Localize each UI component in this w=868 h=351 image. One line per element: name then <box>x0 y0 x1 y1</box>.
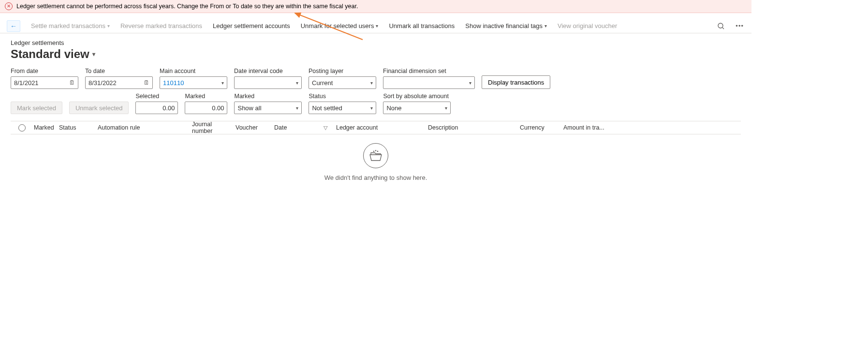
display-transactions-button[interactable]: Display transactions <box>482 75 550 89</box>
marked-value: 0.00 <box>185 102 227 114</box>
financial-dimension-set-dropdown[interactable]: ▾ <box>383 76 475 89</box>
svg-point-0 <box>718 23 723 28</box>
error-message: Ledger settlement cannot be performed ac… <box>16 3 358 10</box>
svg-point-4 <box>377 151 378 151</box>
empty-state: We didn't find anything to show here. <box>11 134 741 201</box>
breadcrumb: Ledger settlements <box>11 39 741 46</box>
chevron-down-icon: ▾ <box>296 80 298 86</box>
sort-abs-dropdown[interactable]: None ▾ <box>383 102 451 114</box>
ledger-settlement-accounts[interactable]: Ledger settlement accounts <box>213 22 290 29</box>
view-title[interactable]: Standard view ▾ <box>11 47 741 61</box>
unmark-all-transactions[interactable]: Unmark all transactions <box>389 22 455 29</box>
date-interval-dropdown[interactable]: ▾ <box>234 76 302 89</box>
empty-text: We didn't find anything to show here. <box>11 174 741 181</box>
column-status[interactable]: Status <box>54 124 93 131</box>
search-icon[interactable] <box>717 22 725 30</box>
from-date-input[interactable]: 8/1/2021 🗓 <box>11 76 78 89</box>
empty-folder-icon <box>363 143 388 168</box>
column-marked[interactable]: Marked <box>29 124 54 131</box>
to-date-label: To date <box>85 68 153 74</box>
unmark-selected-users[interactable]: Unmark for selected users▾ <box>301 22 379 29</box>
reverse-marked-transactions[interactable]: Reverse marked transactions <box>120 22 202 29</box>
marked-label: Marked <box>185 93 227 100</box>
posting-layer-dropdown[interactable]: Current ▾ <box>309 76 376 89</box>
error-banner: ✕ Ledger settlement cannot be performed … <box>0 0 751 13</box>
main-account-label: Main account <box>160 68 227 74</box>
calendar-icon[interactable]: 🗓 <box>144 79 149 86</box>
svg-point-2 <box>373 151 374 151</box>
svg-point-3 <box>375 150 376 151</box>
show-inactive-financial-tags[interactable]: Show inactive financial tags▾ <box>465 22 547 29</box>
back-button[interactable]: ← <box>7 20 20 32</box>
chevron-down-icon: ▾ <box>92 51 95 58</box>
to-date-input[interactable]: 8/31/2022 🗓 <box>85 76 153 89</box>
column-automation-rule[interactable]: Automation rule <box>93 124 187 131</box>
calendar-icon[interactable]: 🗓 <box>69 79 75 86</box>
more-icon[interactable]: ••• <box>736 22 744 29</box>
chevron-down-icon: ▾ <box>107 23 110 29</box>
chevron-down-icon: ▾ <box>296 105 298 111</box>
column-ledger-account[interactable]: Ledger account <box>331 124 423 131</box>
from-date-label: From date <box>11 68 78 74</box>
chevron-down-icon: ▾ <box>445 105 447 111</box>
grid-header: Marked Status Automation rule Journal nu… <box>11 121 741 134</box>
financial-dimension-set-label: Financial dimension set <box>383 68 475 74</box>
status-dropdown[interactable]: Not settled ▾ <box>309 102 376 114</box>
circle-icon <box>18 124 26 132</box>
chevron-down-icon: ▾ <box>469 80 471 86</box>
column-currency[interactable]: Currency <box>515 124 559 131</box>
mark-selected-button[interactable]: Mark selected <box>11 102 62 114</box>
filter-row-1: From date 8/1/2021 🗓 To date 8/31/2022 🗓… <box>11 68 741 89</box>
main-account-dropdown[interactable]: 110110 ▾ <box>160 76 227 89</box>
view-original-voucher[interactable]: View original voucher <box>558 22 617 29</box>
date-interval-label: Date interval code <box>234 68 302 74</box>
sort-abs-label: Sort by absolute amount <box>383 93 451 100</box>
marked-filter-label: Marked <box>234 93 302 100</box>
status-label: Status <box>309 93 376 100</box>
column-amount[interactable]: Amount in tra... <box>559 124 617 131</box>
chevron-down-icon: ▾ <box>370 80 373 86</box>
select-all-toggle[interactable] <box>15 124 29 132</box>
column-journal-number[interactable]: Journal number <box>187 121 231 134</box>
action-bar: ← Settle marked transactions▾ Reverse ma… <box>0 13 751 33</box>
selected-value: 0.00 <box>135 102 178 114</box>
settle-marked-transactions[interactable]: Settle marked transactions▾ <box>31 22 110 29</box>
column-voucher[interactable]: Voucher <box>231 124 269 131</box>
arrow-left-icon: ← <box>10 22 17 30</box>
chevron-down-icon: ▾ <box>544 23 547 29</box>
chevron-down-icon: ▾ <box>221 80 224 86</box>
column-description[interactable]: Description <box>423 124 515 131</box>
filter-row-2: Mark selected Unmark selected Selected 0… <box>11 93 741 114</box>
selected-label: Selected <box>135 93 178 100</box>
filter-icon[interactable]: ▽ <box>324 125 327 131</box>
marked-filter-dropdown[interactable]: Show all ▾ <box>234 102 302 114</box>
error-icon: ✕ <box>5 2 13 10</box>
posting-layer-label: Posting layer <box>309 68 376 74</box>
chevron-down-icon: ▾ <box>376 23 378 29</box>
column-date[interactable]: Date ▽ <box>269 124 331 131</box>
unmark-selected-button[interactable]: Unmark selected <box>69 102 129 114</box>
chevron-down-icon: ▾ <box>370 105 373 111</box>
svg-line-1 <box>722 28 724 29</box>
